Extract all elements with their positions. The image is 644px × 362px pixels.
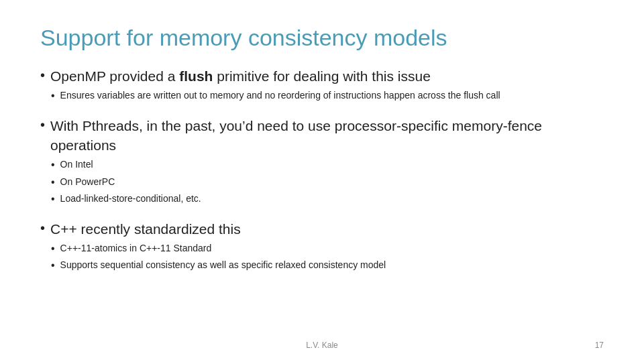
section-cpp: • C++ recently standardized this • C++-1… (40, 219, 604, 274)
footer-author: L.V. Kale (306, 341, 338, 350)
section-pthreads: • With Pthreads, in the past, you’d need… (40, 116, 604, 207)
sub-bullet-pthreads-1: • On Intel (51, 158, 604, 172)
footer-page: 17 (595, 341, 604, 350)
bullet-dot-pthreads: • (40, 116, 45, 133)
bullet-dot-cpp: • (40, 219, 45, 237)
sub-dot-cpp-1: • (51, 241, 55, 256)
bullet-openmp-text: OpenMP provided a flush primitive for de… (50, 66, 604, 86)
bullet-pthreads-text: With Pthreads, in the past, you’d need t… (50, 116, 604, 156)
section-openmp: • OpenMP provided a flush primitive for … (40, 66, 604, 104)
slide-content: • OpenMP provided a flush primitive for … (40, 66, 604, 342)
slide-title: Support for memory consistency models (40, 24, 604, 52)
sub-bullet-pthreads-3: • Load-linked-store-conditional, etc. (51, 192, 604, 206)
bullet-cpp: • C++ recently standardized this (40, 219, 604, 239)
sub-bullets-openmp: • Ensures variables are written out to m… (51, 88, 604, 103)
sub-text-pthreads-2: On PowerPC (60, 175, 604, 188)
bullet-pthreads: • With Pthreads, in the past, you’d need… (40, 116, 604, 156)
sub-text-cpp-2: Supports sequential consistency as well … (60, 258, 604, 272)
sub-bullet-openmp-1: • Ensures variables are written out to m… (51, 88, 604, 103)
sub-bullet-cpp-1: • C++-11-atomics in C++-11 Standard (51, 241, 604, 256)
sub-text-openmp-1: Ensures variables are written out to mem… (60, 88, 604, 102)
sub-bullet-cpp-2: • Supports sequential consistency as wel… (51, 258, 604, 273)
sub-dot-pthreads-2: • (51, 175, 55, 190)
sub-bullet-pthreads-2: • On PowerPC (51, 175, 604, 190)
flush-keyword: flush (179, 68, 213, 84)
sub-dot-pthreads-1: • (51, 158, 55, 172)
footer: L.V. Kale (0, 334, 644, 350)
sub-bullets-cpp: • C++-11-atomics in C++-11 Standard • Su… (51, 241, 604, 274)
sub-dot-cpp-2: • (51, 258, 55, 273)
sub-bullets-pthreads: • On Intel • On PowerPC • Load-linked-st… (51, 158, 604, 206)
bullet-cpp-text: C++ recently standardized this (50, 219, 604, 239)
slide: Support for memory consistency models • … (0, 0, 644, 362)
sub-dot-pthreads-3: • (51, 192, 55, 206)
sub-dot-openmp-1: • (51, 88, 55, 103)
sub-text-pthreads-3: Load-linked-store-conditional, etc. (60, 192, 604, 205)
bullet-dot-openmp: • (40, 66, 45, 84)
sub-text-pthreads-1: On Intel (60, 158, 604, 171)
sub-text-cpp-1: C++-11-atomics in C++-11 Standard (60, 241, 604, 255)
bullet-openmp: • OpenMP provided a flush primitive for … (40, 66, 604, 86)
